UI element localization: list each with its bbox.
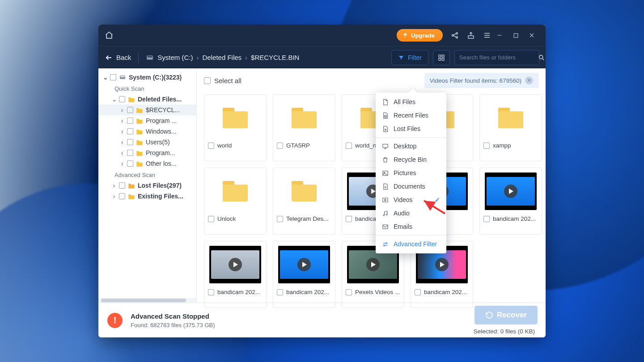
tree-other[interactable]: › Other los... bbox=[98, 158, 196, 169]
tile-checkbox[interactable] bbox=[483, 143, 490, 149]
menu-icon[interactable] bbox=[483, 31, 491, 39]
tile-checkbox[interactable] bbox=[415, 289, 421, 295]
filter-option-label: All Files bbox=[394, 98, 415, 105]
recover-button[interactable]: Recover bbox=[475, 306, 538, 324]
filter-option[interactable]: Pictures bbox=[376, 166, 446, 180]
filter-option[interactable]: Recycle Bin bbox=[376, 153, 446, 166]
filter-dropdown: All FilesRecent FilesLost FilesDesktopRe… bbox=[376, 93, 446, 253]
tile-label: Unlock bbox=[217, 215, 236, 222]
search-input[interactable] bbox=[459, 54, 534, 61]
close-button[interactable] bbox=[524, 28, 539, 43]
tile-label: world bbox=[217, 142, 232, 149]
play-icon bbox=[504, 185, 517, 198]
tile-checkbox[interactable] bbox=[346, 216, 352, 222]
filter-option-label: Recycle Bin bbox=[394, 156, 427, 163]
filter-option[interactable]: Advanced Filter bbox=[376, 237, 446, 251]
tree-root-system[interactable]: ⌄ System (C:)(3223) bbox=[98, 72, 196, 83]
filter-option[interactable]: Emails bbox=[376, 220, 446, 233]
video-tile[interactable]: bandicam 202... bbox=[479, 168, 542, 235]
breadcrumb-deleted[interactable]: Deleted Files bbox=[203, 54, 242, 61]
maximize-button[interactable] bbox=[508, 28, 523, 43]
play-icon bbox=[297, 258, 311, 271]
svg-rect-13 bbox=[120, 76, 124, 77]
filter-option[interactable]: Desktop bbox=[376, 139, 446, 153]
tile-checkbox[interactable] bbox=[208, 143, 214, 149]
filter-option[interactable]: Documents bbox=[376, 180, 446, 193]
filter-option-label: Recent Files bbox=[394, 112, 428, 119]
search-icon[interactable] bbox=[538, 54, 545, 61]
folder-tile[interactable]: Unlock bbox=[204, 168, 267, 235]
filter-option[interactable]: Recent Files bbox=[376, 109, 446, 122]
body: ⌄ System (C:)(3223) Quick Scan ⌄ Deleted… bbox=[98, 68, 546, 303]
tree-program2[interactable]: › Program... bbox=[98, 147, 196, 158]
video-tile[interactable]: bandicam 202... bbox=[273, 241, 335, 308]
drive-icon bbox=[146, 54, 154, 62]
view-toggle-button[interactable] bbox=[433, 50, 450, 65]
export-icon[interactable] bbox=[467, 31, 475, 39]
folder-icon bbox=[498, 108, 523, 128]
banner-close-icon[interactable]: ✕ bbox=[525, 76, 533, 84]
svg-rect-12 bbox=[120, 76, 125, 79]
svg-rect-6 bbox=[148, 56, 153, 57]
play-icon bbox=[229, 258, 242, 271]
play-icon bbox=[435, 258, 449, 271]
breadcrumb-system[interactable]: System (C:) bbox=[157, 54, 193, 61]
tree-program1[interactable]: › Program ... bbox=[98, 115, 196, 126]
folder-icon bbox=[292, 108, 317, 128]
filter-option-label: Emails bbox=[394, 223, 412, 230]
filter-option-label: Videos bbox=[394, 196, 413, 203]
tile-checkbox[interactable] bbox=[346, 289, 352, 295]
tile-checkbox[interactable] bbox=[483, 216, 490, 222]
mail-icon bbox=[382, 223, 389, 230]
tree-users[interactable]: › Users(5) bbox=[98, 137, 196, 147]
video-icon bbox=[382, 197, 389, 203]
filter-option-label: Advanced Filter bbox=[394, 240, 437, 248]
folder-tile[interactable]: xampp bbox=[479, 94, 542, 161]
tree-recycle[interactable]: › $RECYCL... bbox=[98, 105, 196, 115]
svg-point-19 bbox=[383, 215, 385, 216]
sliders-icon bbox=[382, 241, 389, 248]
tile-checkbox[interactable] bbox=[346, 143, 352, 149]
svg-point-22 bbox=[386, 242, 387, 244]
video-thumbnail bbox=[278, 246, 330, 283]
video-thumbnail bbox=[209, 246, 261, 283]
tree-existing-files[interactable]: › Existing Files... bbox=[98, 191, 196, 202]
breadcrumb-recycle[interactable]: $RECYCLE.BIN bbox=[251, 54, 299, 61]
svg-point-11 bbox=[539, 55, 543, 59]
search-box[interactable] bbox=[454, 50, 539, 65]
tile-label: Telegram Des... bbox=[286, 215, 329, 222]
folder-tile[interactable]: Telegram Des... bbox=[273, 168, 335, 235]
tile-checkbox[interactable] bbox=[277, 216, 283, 222]
filter-option[interactable]: All Files bbox=[376, 95, 446, 109]
svg-rect-8 bbox=[442, 55, 444, 57]
minimize-button[interactable] bbox=[492, 28, 507, 43]
folder-icon bbox=[223, 108, 248, 128]
share-icon[interactable] bbox=[451, 31, 459, 39]
tree-lost-files[interactable]: › Lost Files(297) bbox=[98, 180, 196, 191]
video-tile[interactable]: bandicam 202... bbox=[204, 241, 267, 308]
filter-option[interactable]: Lost Files bbox=[376, 122, 446, 135]
upgrade-button[interactable]: Upgrade bbox=[397, 29, 443, 42]
app-window: Upgrade Back System ( bbox=[98, 25, 546, 337]
clock-file-icon bbox=[382, 112, 389, 119]
filter-option[interactable]: Videos✓ bbox=[376, 193, 446, 206]
tile-checkbox[interactable] bbox=[277, 289, 283, 295]
tile-checkbox[interactable] bbox=[277, 143, 283, 149]
sidebar-scrollbar[interactable] bbox=[98, 298, 196, 303]
folder-tile[interactable]: GTA5RP bbox=[273, 94, 335, 161]
play-icon bbox=[366, 258, 380, 271]
check-icon: ✓ bbox=[435, 196, 440, 203]
tile-checkbox[interactable] bbox=[208, 216, 214, 222]
tree-windows[interactable]: › Windows... bbox=[98, 126, 196, 137]
filter-button[interactable]: Filter bbox=[391, 50, 428, 65]
filter-option[interactable]: Audio bbox=[376, 206, 446, 220]
select-all-checkbox[interactable]: Select all bbox=[204, 77, 242, 84]
desktop-icon bbox=[382, 143, 389, 150]
folder-tile[interactable]: world bbox=[204, 94, 267, 161]
home-icon[interactable] bbox=[105, 31, 114, 40]
tile-label: Pexels Videos ... bbox=[355, 289, 400, 295]
sidebar: ⌄ System (C:)(3223) Quick Scan ⌄ Deleted… bbox=[98, 68, 197, 303]
tree-deleted-files[interactable]: ⌄ Deleted Files... bbox=[98, 94, 196, 105]
tile-checkbox[interactable] bbox=[208, 289, 214, 295]
back-button[interactable]: Back bbox=[105, 54, 131, 62]
